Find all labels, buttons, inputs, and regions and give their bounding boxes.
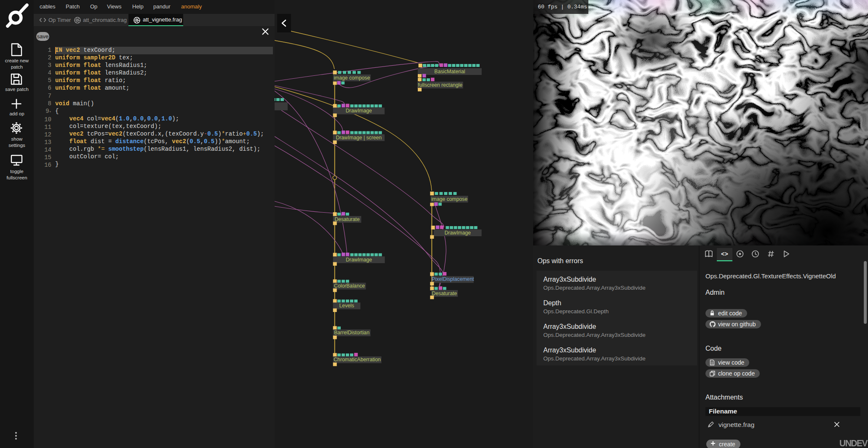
svg-text:ColorBalance: ColorBalance bbox=[334, 283, 365, 289]
svg-text:Levels: Levels bbox=[339, 303, 354, 309]
svg-text:Desaturate: Desaturate bbox=[334, 216, 360, 222]
svg-text:DrawImage | screen: DrawImage | screen bbox=[336, 135, 382, 141]
svg-text:PixelDisplacement: PixelDisplacement bbox=[432, 276, 474, 282]
svg-text:BarrelDistortian: BarrelDistortian bbox=[334, 330, 369, 336]
svg-text:image compose: image compose bbox=[334, 75, 370, 81]
svg-text:BasicMaterial: BasicMaterial bbox=[434, 69, 465, 75]
svg-text:DrawImage: DrawImage bbox=[444, 230, 471, 236]
svg-text:<>: <> bbox=[721, 251, 728, 258]
svg-text:image compose: image compose bbox=[431, 196, 467, 202]
svg-text:ChromaticAberration: ChromaticAberration bbox=[334, 357, 381, 363]
svg-text:Desaturate: Desaturate bbox=[432, 291, 457, 296]
svg-text:DrawImage: DrawImage bbox=[346, 108, 372, 114]
svg-text:fullscreen rectangle: fullscreen rectangle bbox=[418, 82, 462, 88]
svg-text:DrawImage: DrawImage bbox=[346, 257, 372, 263]
